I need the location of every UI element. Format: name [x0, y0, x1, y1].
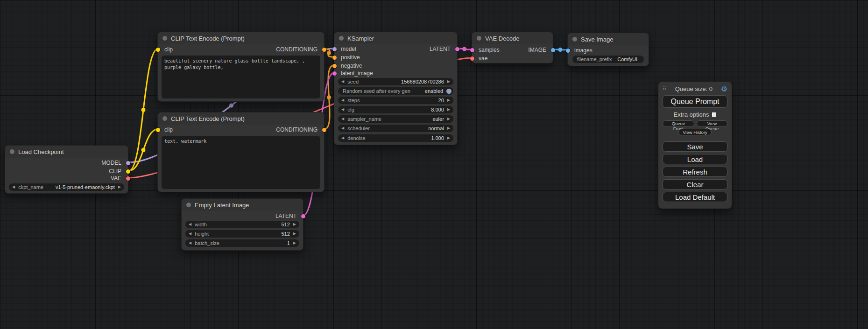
decrement-arrow-icon[interactable]: ◀ — [189, 230, 191, 238]
link-midpoint-dot — [327, 51, 331, 55]
model-output-port[interactable] — [126, 161, 130, 165]
height-widget[interactable]: ◀ height 512 ▶ — [185, 230, 299, 238]
widget-label: height — [195, 231, 209, 237]
increment-arrow-icon[interactable]: ▶ — [293, 230, 296, 238]
collapse-dot-icon[interactable] — [339, 36, 344, 41]
negative-prompt-textarea[interactable]: text, watermark — [162, 136, 320, 189]
extra-options-checkbox[interactable] — [712, 112, 716, 117]
increment-arrow-icon[interactable]: ▶ — [447, 106, 450, 113]
node-title-bar[interactable]: CLIP Text Encode (Prompt) — [158, 112, 324, 125]
widget-label: seed — [347, 79, 359, 84]
node-clip-text-encode-positive[interactable]: CLIP Text Encode (Prompt) clip CONDITION… — [157, 32, 325, 102]
negative-input-port[interactable] — [332, 64, 337, 68]
image-output-port[interactable] — [551, 48, 555, 52]
link-midpoint-dot — [462, 47, 466, 51]
view-history-button[interactable]: View History — [678, 129, 712, 135]
model-input-port[interactable] — [332, 47, 337, 51]
sampler-name-widget[interactable]: ◀ sampler_name euler ▶ — [338, 115, 453, 123]
width-widget[interactable]: ◀ width 512 ▶ — [185, 221, 299, 228]
next-value-arrow-icon[interactable]: ▶ — [118, 183, 121, 191]
latent-image-input-port[interactable] — [332, 71, 337, 76]
load-default-button[interactable]: Load Default — [663, 192, 727, 202]
images-input-port[interactable] — [566, 49, 570, 53]
widget-value: 512 — [281, 222, 289, 227]
drag-handle-icon[interactable]: ⠿ — [663, 86, 666, 92]
filename-prefix-widget[interactable]: filename_prefix ComfyUI — [572, 56, 644, 63]
view-queue-button[interactable]: View Queue — [697, 120, 727, 127]
save-button[interactable]: Save — [663, 141, 727, 152]
settings-gear-icon[interactable]: ⚙ — [721, 84, 727, 93]
seed-widget[interactable]: ◀ seed 156680208700286 ▶ — [338, 78, 453, 85]
node-title-bar[interactable]: CLIP Text Encode (Prompt) — [158, 32, 324, 44]
node-vae-decode[interactable]: VAE Decode samples IMAGE vae — [472, 32, 553, 63]
node-load-checkpoint[interactable]: Load Checkpoint MODEL CLIP VAE ◀ ckpt_na… — [5, 145, 128, 194]
queue-front-button[interactable]: Queue Front — [663, 120, 694, 127]
node-clip-text-encode-negative[interactable]: CLIP Text Encode (Prompt) clip CONDITION… — [157, 112, 325, 192]
node-title-bar[interactable]: Save Image — [568, 33, 649, 45]
node-title-bar[interactable]: Empty Latent Image — [182, 199, 303, 211]
next-value-arrow-icon[interactable]: ▶ — [447, 125, 450, 132]
collapse-dot-icon[interactable] — [572, 37, 577, 42]
clear-button[interactable]: Clear — [663, 179, 727, 189]
increment-arrow-icon[interactable]: ▶ — [293, 239, 296, 247]
decrement-arrow-icon[interactable]: ◀ — [341, 97, 344, 104]
collapse-dot-icon[interactable] — [162, 116, 167, 121]
input-label: images — [574, 46, 593, 55]
vae-output-port[interactable] — [126, 176, 130, 181]
node-title-bar[interactable]: Load Checkpoint — [5, 146, 128, 158]
positive-input-port[interactable] — [332, 56, 337, 60]
decrement-arrow-icon[interactable]: ◀ — [341, 78, 344, 85]
increment-arrow-icon[interactable]: ▶ — [447, 78, 450, 85]
steps-widget[interactable]: ◀ steps 20 ▶ — [338, 97, 453, 104]
decrement-arrow-icon[interactable]: ◀ — [189, 239, 191, 247]
node-title: Save Image — [581, 36, 613, 43]
samples-input-port[interactable] — [470, 48, 474, 52]
widget-value: normal — [428, 126, 444, 131]
decrement-arrow-icon[interactable]: ◀ — [341, 134, 344, 142]
graph-canvas[interactable]: { "colors": { "model": "#B39DDB", "clip"… — [0, 0, 868, 329]
random-seed-toggle-widget[interactable]: Random seed after every gen enabled — [338, 87, 453, 95]
toggle-knob-icon[interactable] — [446, 89, 452, 94]
node-ksampler[interactable]: KSampler model LATENT positive negative … — [334, 32, 458, 145]
scheduler-widget[interactable]: ◀ scheduler normal ▶ — [338, 125, 453, 132]
input-slot-latent-image: latent_image — [334, 69, 457, 77]
node-save-image[interactable]: Save Image images filename_prefix ComfyU… — [567, 33, 649, 66]
node-empty-latent-image[interactable]: Empty Latent Image LATENT ◀ width 512 ▶ … — [181, 198, 303, 251]
conditioning-output-port[interactable] — [322, 128, 326, 132]
node-title-bar[interactable]: VAE Decode — [472, 32, 553, 44]
collapse-dot-icon[interactable] — [162, 36, 167, 41]
decrement-arrow-icon[interactable]: ◀ — [341, 106, 344, 113]
conditioning-output-port[interactable] — [322, 48, 326, 52]
positive-prompt-textarea[interactable]: beautiful scenery nature glass bottle la… — [162, 56, 320, 98]
latent-output-port[interactable] — [455, 47, 459, 51]
denoise-widget[interactable]: ◀ denoise 1.000 ▶ — [338, 134, 453, 142]
prev-value-arrow-icon[interactable]: ◀ — [12, 183, 15, 191]
collapse-dot-icon[interactable] — [10, 149, 14, 154]
vae-input-port[interactable] — [470, 56, 474, 61]
queue-prompt-button[interactable]: Queue Prompt — [663, 95, 727, 108]
widget-value: 1.000 — [431, 135, 444, 141]
clip-input-port[interactable] — [156, 128, 160, 132]
refresh-button[interactable]: Refresh — [663, 167, 727, 177]
increment-arrow-icon[interactable]: ▶ — [447, 97, 450, 104]
decrement-arrow-icon[interactable]: ◀ — [189, 221, 191, 228]
load-button[interactable]: Load — [663, 154, 727, 164]
collapse-dot-icon[interactable] — [186, 203, 191, 207]
node-title-bar[interactable]: KSampler — [334, 32, 457, 44]
increment-arrow-icon[interactable]: ▶ — [293, 221, 296, 228]
clip-input-port[interactable] — [156, 48, 160, 52]
collapse-dot-icon[interactable] — [477, 36, 481, 41]
batch-size-widget[interactable]: ◀ batch_size 1 ▶ — [185, 239, 299, 247]
prev-value-arrow-icon[interactable]: ◀ — [341, 115, 344, 123]
prev-value-arrow-icon[interactable]: ◀ — [341, 125, 344, 132]
widget-value: ComfyUI — [617, 56, 637, 62]
increment-arrow-icon[interactable]: ▶ — [447, 134, 450, 142]
ckpt-name-widget[interactable]: ◀ ckpt_name v1-5-pruned-emaonly.ckpt ▶ — [9, 183, 124, 191]
clip-output-port[interactable] — [126, 169, 130, 174]
cfg-widget[interactable]: ◀ cfg 8.000 ▶ — [338, 106, 453, 113]
node-title: CLIP Text Encode (Prompt) — [171, 115, 245, 122]
output-label: VAE — [111, 174, 121, 182]
latent-output-port[interactable] — [301, 214, 305, 218]
next-value-arrow-icon[interactable]: ▶ — [447, 115, 450, 123]
node-title: Load Checkpoint — [18, 148, 64, 155]
